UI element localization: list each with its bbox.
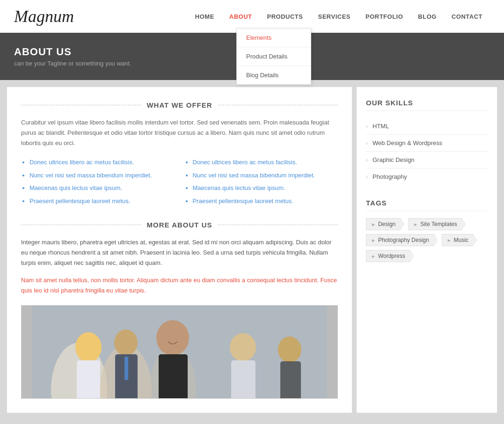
content-image bbox=[21, 305, 338, 399]
tag-label: Music bbox=[454, 237, 468, 243]
list-item: Nunc vel nisi sed massa bibendum imperdi… bbox=[193, 171, 338, 180]
tag-arrow-icon: ► bbox=[371, 254, 376, 259]
svg-rect-5 bbox=[77, 360, 100, 399]
skill-graphic-design[interactable]: › Graphic Design bbox=[366, 152, 488, 168]
tag-arrow-icon: ► bbox=[413, 222, 418, 227]
nav-about[interactable]: ABOUT bbox=[222, 8, 260, 25]
svg-point-6 bbox=[114, 329, 138, 356]
tag-label: Wordpress bbox=[378, 253, 405, 259]
skill-html[interactable]: › HTML bbox=[366, 118, 488, 135]
svg-rect-12 bbox=[231, 360, 256, 399]
section-line-left2 bbox=[21, 225, 141, 225]
section-what-we-offer-header: WHAT WE OFFER bbox=[21, 101, 338, 109]
svg-point-13 bbox=[278, 336, 301, 363]
tag-wordpress[interactable]: ► Wordpress bbox=[366, 250, 414, 262]
more-about-paragraph: Integer mauris libero, pharetra eget ult… bbox=[21, 237, 338, 268]
nav: HOME ABOUT PRODUCTS SERVICES PORTFOLIO B… bbox=[188, 8, 490, 25]
nav-products[interactable]: PRODUCTS bbox=[260, 8, 311, 25]
nav-portfolio[interactable]: PORTFOLIO bbox=[358, 8, 410, 25]
dropdown-elements[interactable]: Elements bbox=[237, 29, 311, 47]
list-item: Praesent pellentesque laoreet metus. bbox=[29, 197, 175, 206]
list-item: Donec ultrices libero ac metus facilisis… bbox=[193, 158, 338, 167]
svg-rect-8 bbox=[124, 357, 128, 380]
list-item: Praesent pellentesque laoreet metus. bbox=[193, 197, 338, 206]
content-area: WHAT WE OFFER Curabitur vel ipsum vitae … bbox=[7, 87, 352, 413]
dropdown-blog-details[interactable]: Blog Details bbox=[237, 66, 311, 84]
business-people-image bbox=[32, 305, 327, 399]
section-line-left bbox=[21, 105, 141, 105]
tags-title: TAGS bbox=[366, 199, 488, 211]
svg-point-4 bbox=[75, 332, 102, 362]
nav-home[interactable]: HOME bbox=[188, 8, 222, 25]
section-title-more-about: MORE ABOUT US bbox=[141, 221, 218, 229]
list-item: Donec ultrices libero ac metus facilisis… bbox=[29, 158, 175, 167]
highlight-paragraph: Nam sit amet nulla tellus, non mollis to… bbox=[21, 275, 338, 296]
skill-label: Web Design & Wordpress bbox=[373, 139, 442, 146]
chevron-icon: › bbox=[366, 157, 368, 163]
bullet-col-right: Donec ultrices libero ac metus facilisis… bbox=[184, 158, 338, 209]
list-item: Nunc vel nisi sed massa bibendum imperdi… bbox=[29, 171, 175, 180]
section-more-about-header: MORE ABOUT US bbox=[21, 221, 338, 229]
section-line-right bbox=[218, 105, 338, 105]
bullet-columns: Donec ultrices libero ac metus facilisis… bbox=[21, 158, 338, 209]
bullets-right: Donec ultrices libero ac metus facilisis… bbox=[184, 158, 338, 205]
tag-design[interactable]: ► Design bbox=[366, 218, 404, 230]
tag-arrow-icon: ► bbox=[447, 238, 452, 243]
tags-container: ► Design ► Site Templates ► Photography … bbox=[366, 218, 488, 262]
logo: Magnum bbox=[14, 7, 74, 26]
chevron-icon: › bbox=[366, 140, 368, 146]
sidebar: OUR SKILLS › HTML › Web Design & Wordpre… bbox=[357, 87, 497, 413]
section-title-what-we-offer: WHAT WE OFFER bbox=[141, 101, 218, 109]
tag-label: Photography Design bbox=[378, 237, 429, 243]
about-dropdown: Elements Product Details Blog Details bbox=[236, 28, 311, 85]
tags-section: TAGS ► Design ► Site Templates ► Photogr… bbox=[366, 199, 488, 262]
tag-arrow-icon: ► bbox=[371, 222, 376, 227]
svg-point-11 bbox=[230, 333, 256, 361]
section-line-right2 bbox=[218, 225, 338, 225]
skill-label: Graphic Design bbox=[373, 156, 415, 163]
tag-label: Design bbox=[378, 221, 395, 227]
svg-point-9 bbox=[156, 320, 189, 356]
dropdown-product-details[interactable]: Product Details bbox=[237, 47, 311, 66]
chevron-icon: › bbox=[366, 123, 368, 130]
main-container: WHAT WE OFFER Curabitur vel ipsum vitae … bbox=[0, 80, 504, 420]
svg-rect-10 bbox=[159, 354, 188, 399]
intro-paragraph: Curabitur vel ipsum vitae libero facilis… bbox=[21, 117, 338, 148]
skills-section: OUR SKILLS › HTML › Web Design & Wordpre… bbox=[366, 99, 488, 185]
tag-arrow-icon: ► bbox=[371, 238, 376, 243]
skill-label: Photography bbox=[373, 173, 407, 180]
tag-label: Site Templates bbox=[420, 221, 457, 227]
nav-contact[interactable]: CONTACT bbox=[444, 8, 490, 25]
list-item: Maecenas quis lectus vitae ipsum. bbox=[29, 183, 175, 193]
skill-webdesign[interactable]: › Web Design & Wordpress bbox=[366, 135, 488, 152]
tag-music[interactable]: ► Music bbox=[442, 234, 477, 246]
nav-services[interactable]: SERVICES bbox=[310, 8, 358, 25]
bullet-col-left: Donec ultrices libero ac metus facilisis… bbox=[21, 158, 175, 209]
list-item: Maecenas quis lectus vitae ipsum. bbox=[193, 183, 338, 193]
skill-photography[interactable]: › Photography bbox=[366, 168, 488, 185]
skills-title: OUR SKILLS bbox=[366, 99, 488, 111]
svg-rect-14 bbox=[280, 361, 301, 399]
bullets-left: Donec ultrices libero ac metus facilisis… bbox=[21, 158, 175, 205]
tag-site-templates[interactable]: ► Site Templates bbox=[408, 218, 466, 230]
chevron-icon: › bbox=[366, 174, 368, 180]
nav-blog[interactable]: BLOG bbox=[410, 8, 444, 25]
tag-photography-design[interactable]: ► Photography Design bbox=[366, 234, 438, 246]
skill-label: HTML bbox=[373, 123, 389, 130]
